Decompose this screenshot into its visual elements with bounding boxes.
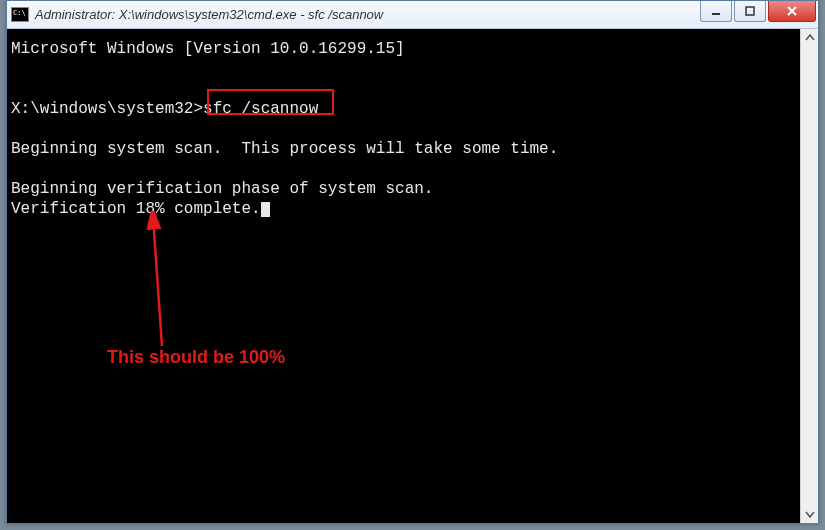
window-buttons xyxy=(700,1,818,28)
minimize-button[interactable] xyxy=(700,1,732,22)
close-button[interactable] xyxy=(768,1,816,22)
vertical-scrollbar[interactable] xyxy=(800,29,818,523)
close-icon xyxy=(785,4,799,18)
annotation-text: This should be 100% xyxy=(107,347,285,367)
cmd-window: Administrator: X:\windows\system32\cmd.e… xyxy=(6,0,819,524)
minimize-icon xyxy=(710,5,722,17)
text-cursor xyxy=(261,202,270,217)
console-output[interactable]: Microsoft Windows [Version 10.0.16299.15… xyxy=(7,29,800,523)
command-text: sfc /scannow xyxy=(203,100,318,118)
svg-rect-0 xyxy=(712,13,720,15)
titlebar[interactable]: Administrator: X:\windows\system32\cmd.e… xyxy=(7,1,818,29)
maximize-icon xyxy=(744,5,756,17)
window-title: Administrator: X:\windows\system32\cmd.e… xyxy=(35,7,383,22)
progress-suffix: complete. xyxy=(165,200,261,218)
prompt-text: X:\windows\system32> xyxy=(11,100,203,118)
annotation-arrow xyxy=(142,211,182,351)
progress-prefix: Verification xyxy=(11,200,136,218)
beginscan-line: Beginning system scan. This process will… xyxy=(11,140,558,158)
chevron-down-icon[interactable] xyxy=(802,505,818,523)
console-area: Microsoft Windows [Version 10.0.16299.15… xyxy=(7,29,818,523)
svg-line-2 xyxy=(153,217,162,346)
cmd-icon xyxy=(11,7,29,22)
chevron-up-icon[interactable] xyxy=(802,29,818,47)
svg-rect-1 xyxy=(746,7,754,15)
beginverify-line: Beginning verification phase of system s… xyxy=(11,180,433,198)
maximize-button[interactable] xyxy=(734,1,766,22)
progress-percent: 18% xyxy=(136,200,165,218)
version-line: Microsoft Windows [Version 10.0.16299.15… xyxy=(11,40,405,58)
